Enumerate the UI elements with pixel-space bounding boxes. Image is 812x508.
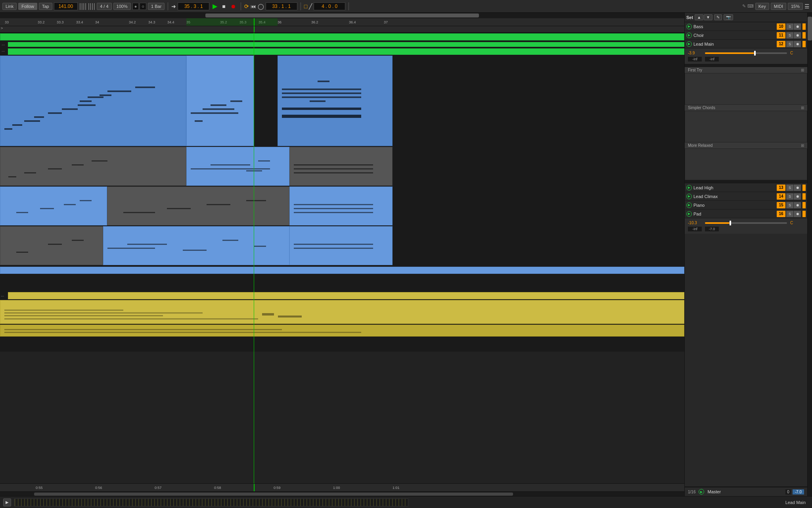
clip-leadhigh[interactable] <box>0 267 684 274</box>
position-display-1[interactable]: 35 . 3 . 1 <box>178 2 209 10</box>
position-display-2[interactable]: 33 . 1 . 1 <box>266 2 297 10</box>
tap-button[interactable]: Tap <box>39 3 52 10</box>
track-row-dots: ... <box>0 41 684 48</box>
clip-blue-firsttry[interactable] <box>186 147 289 186</box>
morerelaxed-icon[interactable]: ⊞ <box>801 143 804 148</box>
clip-gray-relaxed-1[interactable] <box>0 226 103 265</box>
mixer-camera-btn[interactable]: 📷 <box>724 14 733 20</box>
clip-blue-main-1[interactable] <box>0 56 186 146</box>
mixer-s-choir[interactable]: S <box>786 32 793 38</box>
pencil-icon[interactable]: ✎ <box>742 4 746 9</box>
clip-yellow-top[interactable] <box>8 292 684 299</box>
link-button[interactable]: Link <box>2 3 17 10</box>
lead-main-fader-thumb[interactable] <box>754 51 756 56</box>
master-val1: 0 <box>785 489 791 495</box>
bottom-play-btn[interactable]: ▶ <box>3 498 11 506</box>
mixer-o-choir[interactable]: ⏺ <box>794 32 801 38</box>
pad-dots: ... <box>1 293 4 297</box>
right-scrollbar[interactable] <box>807 13 812 496</box>
quantize-display[interactable]: 1 Bar <box>148 3 165 10</box>
h-scroll-bottom-thumb[interactable] <box>34 493 513 496</box>
pad-fader-track[interactable] <box>705 222 787 224</box>
mixer-s-leadhigh[interactable]: S <box>786 185 793 191</box>
clip-gray-firsttry-1[interactable] <box>0 147 186 186</box>
arrow-icon[interactable]: ➜ <box>171 3 176 10</box>
clip-gray-firsttry-2[interactable] <box>289 147 393 186</box>
rewind-icon[interactable]: ⏮ <box>251 3 256 10</box>
mixer-track-leadmain: ▶ Lead Main 12 S ⏺ <box>685 40 807 48</box>
bottom-scroll-area[interactable] <box>0 491 684 496</box>
scroll-thumb-right[interactable] <box>808 17 812 40</box>
scale-display[interactable]: 15% <box>788 3 803 10</box>
mixer-play-leadmain[interactable]: ▶ <box>686 41 692 47</box>
mixer-pencil-btn[interactable]: ✎ <box>714 14 722 20</box>
mixer-play-bass[interactable]: ▶ <box>686 24 692 29</box>
lead-main-fader-track[interactable] <box>705 52 787 54</box>
mixer-o-piano[interactable]: ⏺ <box>794 202 801 208</box>
mixer-s-bass[interactable]: S <box>786 23 793 30</box>
clip-blue-simpler-2[interactable] <box>289 187 393 225</box>
mixer-play-leadclimax[interactable]: ▶ <box>686 194 692 199</box>
mixer-nav-up[interactable]: ▲ <box>695 14 703 20</box>
clip-yellow-bottom[interactable] <box>0 325 684 337</box>
h-scroll-area[interactable] <box>0 13 684 18</box>
mixer-nav-down[interactable]: ▼ <box>704 14 712 20</box>
bpm-display[interactable]: 141.00 <box>54 2 78 10</box>
zoom-display[interactable]: 100% <box>113 3 131 10</box>
note-r5 <box>282 115 361 118</box>
stop-button[interactable]: ■ <box>220 3 227 10</box>
mixer-name-choir: Choir <box>693 33 777 38</box>
ruler-marker-332: 33.2 <box>38 20 45 24</box>
mixer-s-piano[interactable]: S <box>786 202 793 208</box>
capture-icon[interactable]: □ <box>304 3 307 10</box>
lead-main-db1: -inf <box>688 57 702 62</box>
time-sig-display[interactable]: 4 / 4 <box>97 3 111 10</box>
hamburger-icon[interactable]: ☰ <box>804 3 810 10</box>
pad-fader-thumb[interactable] <box>730 221 731 225</box>
mixer-play-leadhigh[interactable]: ▶ <box>686 185 692 190</box>
mixer-play-piano[interactable]: ▶ <box>686 202 692 208</box>
clip-yellow-main[interactable] <box>0 300 684 324</box>
metronome-icon[interactable]: ◯ <box>258 3 264 10</box>
master-val2: -7.0 <box>793 489 804 495</box>
clip-blue-main-2[interactable] <box>186 56 254 146</box>
position-display-3[interactable]: 4 . 0 . 0 <box>314 2 345 10</box>
mixer-name-leadclimax: Lead Climax <box>693 194 777 199</box>
keys-icon[interactable]: ⌨ <box>747 4 754 9</box>
clip-blue-relaxed-2[interactable] <box>289 226 393 265</box>
clip-blue-relaxed-1[interactable] <box>103 226 289 265</box>
draw-icon[interactable]: ╱ <box>309 3 312 10</box>
follow-button[interactable]: Follow <box>18 3 37 10</box>
time-101: 1:01 <box>393 486 400 490</box>
mixer-play-pad[interactable]: ▶ <box>686 211 692 217</box>
clip-blue-main-3[interactable] <box>278 56 393 146</box>
clip-green-3[interactable] <box>8 48 684 55</box>
ruler-marker-362: 36.2 <box>311 20 318 24</box>
firsttry-icon[interactable]: ⊞ <box>801 68 804 72</box>
clip-green-2[interactable] <box>8 42 684 47</box>
mixer-o-leadmain[interactable]: ⏺ <box>794 41 801 47</box>
mixer-o-pad[interactable]: ⏺ <box>794 211 801 217</box>
note-7 <box>100 94 111 96</box>
mixer-play-master[interactable]: ▶ <box>699 489 704 495</box>
mixer-play-choir[interactable]: ▶ <box>686 33 692 38</box>
mixer-o-bass[interactable]: ⏺ <box>794 23 801 30</box>
mixer-s-pad[interactable]: S <box>786 211 793 217</box>
sep2 <box>241 2 241 10</box>
mixer-s-leadmain[interactable]: S <box>786 41 793 47</box>
mixer-s-leadclimax[interactable]: S <box>786 193 793 200</box>
loop-icon[interactable]: ⟳ <box>244 3 249 10</box>
mixer-o-leadhigh[interactable]: ⏺ <box>794 185 801 191</box>
simplerchords-icon[interactable]: ⊞ <box>801 106 804 110</box>
y-note-3 <box>4 312 203 314</box>
play-button[interactable]: ▶ <box>211 2 219 10</box>
key-button[interactable]: Key <box>755 3 769 10</box>
midi-button[interactable]: MIDI <box>771 3 786 10</box>
record-button[interactable]: ⏺ <box>229 3 237 10</box>
clip-green-1[interactable] <box>0 33 684 40</box>
mixer-nav-btns: ▲ ▼ <box>695 14 712 20</box>
clip-gray-simpler-1[interactable] <box>107 187 289 225</box>
mixer-o-leadclimax[interactable]: ⏺ <box>794 193 801 200</box>
h-scroll-thumb[interactable] <box>205 13 479 17</box>
clip-blue-simpler-1[interactable] <box>0 187 107 225</box>
